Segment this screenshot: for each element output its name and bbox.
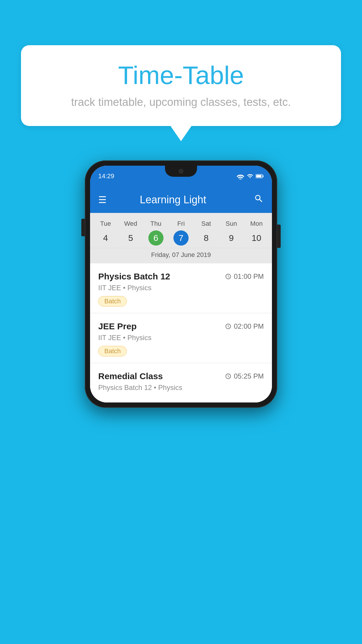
batch-tag: Batch — [98, 346, 127, 356]
schedule-item-title: JEE Prep — [98, 321, 137, 331]
schedule-item-0[interactable]: Physics Batch 1201:00 PMIIT JEE • Physic… — [90, 263, 272, 313]
day-col-sat[interactable]: Sat8 — [194, 220, 218, 246]
status-bar: 14:29 — [90, 166, 272, 187]
phone-outer-shell: 14:29 — [85, 160, 277, 408]
app-bar: ☰ Learning Light — [90, 187, 272, 213]
wifi-icon — [236, 173, 245, 179]
schedule-item-subtitle: IIT JEE • Physics — [98, 334, 264, 342]
speech-bubble-card: Time-Table track timetable, upcoming cla… — [21, 45, 341, 126]
schedule-item-title: Remedial Class — [98, 371, 163, 381]
day-col-tue[interactable]: Tue4 — [94, 220, 117, 246]
status-icons — [236, 173, 264, 179]
day-name: Tue — [100, 220, 111, 228]
phone-screen: 14:29 — [90, 166, 272, 402]
day-name: Fri — [177, 220, 185, 228]
day-number[interactable]: 10 — [249, 230, 264, 246]
schedule-item-time: 05:25 PM — [225, 372, 264, 380]
schedule-item-2[interactable]: Remedial Class05:25 PMPhysics Batch 12 •… — [90, 363, 272, 402]
day-name: Thu — [150, 220, 161, 228]
days-row: Tue4Wed5Thu6Fri7Sat8Sun9Mon10 — [90, 218, 272, 248]
schedule-item-time: 02:00 PM — [225, 322, 264, 330]
calendar-strip: Tue4Wed5Thu6Fri7Sat8Sun9Mon10 Friday, 07… — [90, 213, 272, 263]
schedule-list: Physics Batch 1201:00 PMIIT JEE • Physic… — [90, 263, 272, 402]
schedule-item-header: JEE Prep02:00 PM — [98, 321, 264, 331]
schedule-item-subtitle: Physics Batch 12 • Physics — [98, 384, 264, 392]
schedule-item-subtitle: IIT JEE • Physics — [98, 284, 264, 292]
day-col-sun[interactable]: Sun9 — [220, 220, 243, 246]
search-icon[interactable] — [254, 194, 264, 206]
speech-bubble-tail — [171, 126, 191, 141]
signal-icon — [247, 173, 253, 179]
selected-date-label: Friday, 07 June 2019 — [90, 248, 272, 263]
schedule-item-header: Physics Batch 1201:00 PM — [98, 272, 264, 281]
svg-rect-2 — [256, 175, 261, 177]
camera — [179, 169, 183, 174]
day-col-fri[interactable]: Fri7 — [169, 220, 193, 246]
speech-bubble-title: Time-Table — [38, 61, 324, 90]
app-title: Learning Light — [114, 194, 232, 206]
battery-icon — [256, 173, 264, 179]
clock-icon — [225, 273, 231, 280]
notch — [165, 166, 197, 177]
hamburger-menu-icon[interactable]: ☰ — [98, 194, 107, 205]
schedule-item-title: Physics Batch 12 — [98, 272, 170, 281]
day-name: Sun — [226, 220, 237, 228]
day-number[interactable]: 7 — [173, 230, 189, 246]
schedule-item-header: Remedial Class05:25 PM — [98, 371, 264, 381]
batch-tag: Batch — [98, 296, 127, 307]
day-number[interactable]: 6 — [148, 230, 164, 246]
schedule-item-time: 01:00 PM — [225, 272, 264, 281]
schedule-item-1[interactable]: JEE Prep02:00 PMIIT JEE • PhysicsBatch — [90, 313, 272, 363]
clock-icon — [225, 373, 231, 379]
status-time: 14:29 — [98, 172, 114, 180]
day-name: Mon — [250, 220, 263, 228]
day-col-mon[interactable]: Mon10 — [245, 220, 268, 246]
day-number[interactable]: 8 — [198, 230, 214, 246]
clock-icon — [225, 323, 231, 330]
day-number[interactable]: 5 — [123, 230, 138, 246]
day-name: Sat — [201, 220, 211, 228]
day-col-thu[interactable]: Thu6 — [144, 220, 168, 246]
speech-bubble-section: Time-Table track timetable, upcoming cla… — [21, 45, 341, 141]
day-number[interactable]: 9 — [224, 230, 239, 246]
day-name: Wed — [124, 220, 137, 228]
speech-bubble-subtitle: track timetable, upcoming classes, tests… — [38, 96, 324, 108]
day-number[interactable]: 4 — [98, 230, 113, 246]
phone-mockup: 14:29 — [85, 160, 277, 408]
svg-rect-1 — [263, 175, 263, 177]
day-col-wed[interactable]: Wed5 — [119, 220, 142, 246]
